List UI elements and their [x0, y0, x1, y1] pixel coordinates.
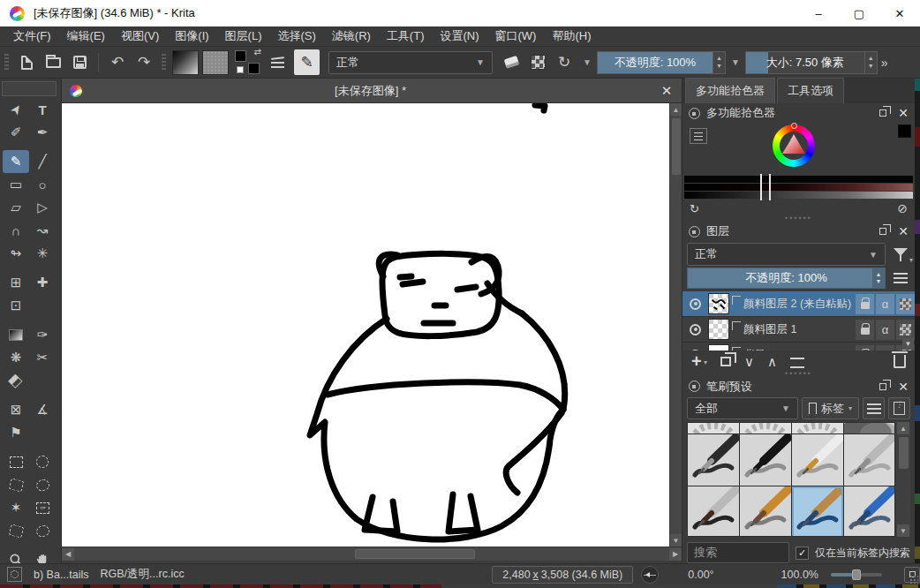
rectangle-tool[interactable]: ▭: [3, 173, 29, 196]
color-profile-label[interactable]: RGB/透明...rc.icc: [101, 567, 185, 582]
layer-thumbnail[interactable]: [708, 344, 729, 351]
contiguous-select-tool[interactable]: [3, 519, 29, 542]
edit-brush-settings-button[interactable]: ✎: [294, 49, 320, 75]
menu-item[interactable]: 图像(I): [167, 28, 216, 44]
layer-inherit-alpha-icon[interactable]: [896, 294, 915, 314]
crop-tool[interactable]: ⊡: [3, 294, 29, 317]
toolbar-grip[interactable]: [4, 54, 9, 72]
toolbar-overflow-button[interactable]: »: [881, 56, 888, 70]
hsv-triangle[interactable]: [780, 132, 808, 160]
bezier-select-tool[interactable]: ✑: [29, 496, 56, 519]
layer-opacity-spinner[interactable]: ▲▼: [872, 268, 885, 288]
tag-button[interactable]: 标签 ▾: [802, 397, 859, 419]
brush-preset-eraser-soft[interactable]: [844, 422, 895, 433]
brush-preset-brush-blue[interactable]: [792, 486, 843, 537]
scroll-left-icon[interactable]: ◀: [62, 548, 74, 561]
opacity-spinner[interactable]: ▲▼: [713, 51, 726, 74]
blending-mode-dropdown[interactable]: 正常 ▼: [328, 51, 493, 74]
rect-select-tool[interactable]: [3, 450, 29, 473]
toolbox-handle[interactable]: [2, 81, 57, 96]
add-layer-button[interactable]: + ▾: [691, 351, 707, 372]
ellipse-select-tool[interactable]: [29, 450, 56, 473]
scroll-right-icon[interactable]: ▶: [669, 548, 682, 561]
layer-name[interactable]: 颜料图层 2 (来自粘贴): [743, 297, 854, 312]
bar-cursor[interactable]: [760, 174, 771, 200]
subwindow-close-button[interactable]: ✕: [652, 83, 682, 99]
fill-tool[interactable]: ◧: [3, 369, 29, 392]
zoom-slider[interactable]: [831, 573, 882, 577]
horizontal-scroll-thumb[interactable]: [355, 549, 475, 559]
layer-visibility-icon[interactable]: [690, 324, 701, 335]
brush-size-slider[interactable]: 大小: 7.50 像素: [745, 51, 865, 74]
scroll-down-icon[interactable]: ▼: [670, 534, 682, 547]
select-shapes-tool[interactable]: ➤: [3, 98, 29, 121]
current-brush-name[interactable]: b) Ba...tails: [34, 569, 89, 581]
undo-button[interactable]: ↶: [104, 49, 131, 76]
color-wheel-cursor[interactable]: [791, 123, 797, 129]
zoom-slider-thumb[interactable]: [852, 569, 861, 580]
close-button[interactable]: ✕: [879, 0, 920, 26]
color-wheel[interactable]: [773, 124, 815, 167]
duplicate-layer-button[interactable]: [720, 357, 731, 366]
layer-lock-icon[interactable]: [856, 345, 874, 351]
menu-item[interactable]: 编辑(E): [59, 28, 113, 44]
preset-filter-dropdown[interactable]: 全部 ▼: [687, 397, 798, 419]
dynamic-brush-tool[interactable]: ↬: [3, 242, 29, 265]
layer-row[interactable]: 背景α: [682, 343, 915, 351]
canvas[interactable]: [62, 103, 669, 547]
brush-preset-brush-orange[interactable]: [740, 486, 791, 537]
layer-thumbnail[interactable]: [708, 293, 729, 314]
layer-opacity-slider[interactable]: 不透明度: 100% ▲▼: [687, 268, 886, 289]
gradient-swatch-button[interactable]: [172, 50, 199, 75]
close-docker-icon[interactable]: ✕: [898, 224, 909, 238]
refresh-icon[interactable]: ↻: [690, 202, 699, 215]
color-sampler-tool[interactable]: ✑: [29, 323, 56, 346]
chevron-down-icon[interactable]: ▼: [731, 57, 740, 67]
menu-item[interactable]: 图层(L): [217, 28, 270, 44]
calligraphy-tool[interactable]: ✒: [29, 121, 56, 144]
freehand-select-tool[interactable]: [29, 473, 56, 496]
preset-scroll-thumb[interactable]: [899, 437, 909, 469]
brush-preset-marker-black[interactable]: [740, 434, 791, 486]
lightness-bar[interactable]: [684, 192, 913, 199]
transform-tool[interactable]: ⊞: [3, 271, 29, 294]
move-layer-up-button[interactable]: ∧: [767, 354, 777, 370]
lock-docker-icon[interactable]: [689, 226, 700, 237]
layer-inherit-alpha-icon[interactable]: [896, 320, 915, 340]
preset-view-menu-button[interactable]: [863, 397, 885, 419]
preset-scrollbar[interactable]: ▲ ▼: [896, 422, 910, 537]
preset-detail-view-button[interactable]: [888, 397, 910, 419]
opacity-slider[interactable]: 不透明度: 100%: [597, 51, 713, 74]
delete-layer-button[interactable]: [894, 355, 906, 368]
move-tool[interactable]: ✚: [29, 271, 56, 294]
toolbar-grip[interactable]: [162, 54, 166, 72]
measure-tool[interactable]: ∡: [29, 398, 56, 421]
magnetic-select-tool[interactable]: [29, 519, 56, 542]
brush-preset-eraser[interactable]: [792, 422, 843, 433]
brush-preset-pen-black[interactable]: [688, 434, 739, 486]
menu-item[interactable]: 窗口(W): [487, 28, 545, 44]
selector-shape-button[interactable]: [690, 128, 707, 144]
size-spinner[interactable]: ▲▼: [865, 51, 878, 74]
polygon-select-tool[interactable]: [3, 473, 29, 496]
layer-alpha-lock-icon[interactable]: α: [876, 320, 894, 340]
layer-list-scroll-down[interactable]: ▼: [902, 338, 914, 350]
layer-alpha-lock-icon[interactable]: α: [876, 294, 894, 314]
brush-preset-eraser[interactable]: [740, 422, 791, 433]
scroll-down-icon[interactable]: ▼: [897, 524, 909, 537]
scope-checkbox[interactable]: ✓: [796, 547, 809, 560]
brush-preset-pen-gold[interactable]: [792, 434, 843, 486]
value-bar[interactable]: [684, 176, 913, 183]
menu-item[interactable]: 视图(V): [113, 28, 167, 44]
minimize-button[interactable]: –: [798, 0, 839, 26]
polygon-tool[interactable]: ▱: [3, 196, 29, 219]
reference-images-tool[interactable]: ⚑: [3, 421, 29, 444]
enclose-fill-tool[interactable]: ⊠: [3, 398, 29, 421]
preset-search-input[interactable]: 搜索: [687, 542, 789, 563]
brush-preset-pen-silver[interactable]: [844, 434, 895, 486]
pattern-swatch-button[interactable]: [202, 50, 229, 75]
bezier-curve-tool[interactable]: ∩: [3, 219, 29, 242]
ellipse-tool[interactable]: ○: [29, 173, 56, 196]
foreground-background-colors[interactable]: ⇄: [234, 49, 260, 76]
layer-visibility-icon[interactable]: [690, 298, 701, 310]
